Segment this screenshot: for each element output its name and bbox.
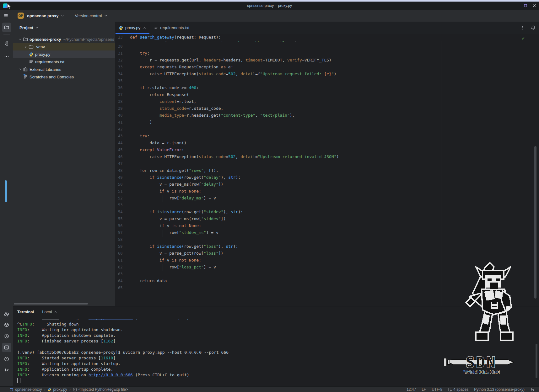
close-terminal-tab-icon[interactable] bbox=[54, 310, 57, 313]
line-number[interactable]: 46 bbox=[115, 153, 130, 160]
line-number[interactable]: 34 bbox=[115, 71, 130, 77]
code-line[interactable]: 31 try: bbox=[115, 50, 539, 57]
line-number[interactable]: 63 bbox=[115, 271, 130, 278]
chevron-right-icon[interactable] bbox=[23, 45, 28, 49]
code-line[interactable]: 36 if r.status_code >= 400: bbox=[115, 84, 539, 91]
project-panel-title[interactable]: Project bbox=[19, 25, 33, 30]
code-line[interactable]: 53 bbox=[115, 202, 539, 209]
line-number[interactable]: 33 bbox=[115, 64, 130, 71]
editor-scrollbar[interactable] bbox=[534, 146, 536, 299]
line-number[interactable]: 40 bbox=[115, 112, 130, 119]
line-number[interactable]: 55 bbox=[115, 215, 130, 222]
code-line[interactable]: 39 status_code=r.status_code, bbox=[115, 105, 539, 112]
vcs-widget[interactable]: Version control bbox=[75, 13, 102, 18]
code-line[interactable]: 47 bbox=[115, 160, 539, 167]
sticky-header-line[interactable]: 23def search_gateway(request: Request): … bbox=[115, 34, 539, 41]
terminal-scrollbar[interactable] bbox=[536, 344, 537, 378]
line-number[interactable]: 49 bbox=[115, 174, 130, 181]
tab-requirements-txt[interactable]: requirements.txt bbox=[150, 22, 193, 34]
code-line[interactable]: 51 if v is not None: bbox=[115, 188, 539, 195]
chevron-down-icon[interactable] bbox=[35, 26, 39, 30]
line-number[interactable]: 64 bbox=[115, 278, 130, 284]
line-number[interactable]: 43 bbox=[115, 133, 130, 140]
code-line[interactable]: 49 if isinstance(row.get("delay"), str): bbox=[115, 174, 539, 181]
line-number[interactable]: 32 bbox=[115, 57, 130, 64]
line-number[interactable]: 42 bbox=[115, 126, 130, 133]
tree-item-scratches-and-consoles[interactable]: Scratches and Consoles bbox=[13, 73, 115, 81]
terminal-panel-title[interactable]: Terminal bbox=[17, 310, 34, 314]
tree-item-opnsense-proxy[interactable]: opnsense-proxy~/PycharmProjects/opnsens bbox=[13, 35, 115, 43]
tree-item-proxy-py[interactable]: proxy.py bbox=[13, 50, 115, 58]
breadcrumb-injected-fragment[interactable]: <Injected PythonRegExp file> bbox=[73, 387, 128, 392]
close-tab-icon[interactable] bbox=[143, 26, 146, 29]
main-menu-icon[interactable] bbox=[3, 12, 9, 19]
breadcrumb-file[interactable]: proxy.py bbox=[47, 387, 67, 392]
terminal-tab-local[interactable]: Local bbox=[42, 310, 57, 314]
line-number[interactable]: 48 bbox=[115, 167, 130, 174]
title-bar[interactable]: opnsense-proxy – proxy.py bbox=[0, 2, 539, 10]
line-number[interactable]: 56 bbox=[115, 222, 130, 229]
stripe-icon-git[interactable] bbox=[2, 365, 11, 375]
code-line[interactable]: 34 raise HTTPException(status_code=502, … bbox=[115, 71, 539, 77]
line-number[interactable]: 54 bbox=[115, 209, 130, 215]
clock-widget[interactable]: 12:47 bbox=[407, 387, 416, 392]
stripe-icon-packages[interactable] bbox=[2, 320, 11, 330]
line-ending-widget[interactable]: LF bbox=[422, 387, 426, 392]
tree-item--venv[interactable]: .venv bbox=[13, 43, 115, 50]
code-line[interactable]: 60 v = parse_pct(row["loss"]) bbox=[115, 250, 539, 257]
line-number[interactable]: 36 bbox=[115, 84, 130, 91]
line-number[interactable]: 35 bbox=[115, 77, 130, 84]
tree-item-external-libraries[interactable]: External Libraries bbox=[13, 66, 115, 73]
line-number[interactable]: 44 bbox=[115, 140, 130, 146]
project-widget[interactable]: opnsense-proxy bbox=[27, 13, 58, 18]
notifications-bell-icon[interactable] bbox=[531, 25, 536, 30]
stripe-icon-terminal[interactable] bbox=[2, 343, 11, 352]
stripe-icon-more[interactable] bbox=[2, 52, 11, 61]
indent-widget[interactable]: 4 spaces bbox=[448, 387, 468, 392]
line-number[interactable]: 61 bbox=[115, 257, 130, 264]
code-line[interactable]: 63 bbox=[115, 271, 539, 278]
encoding-widget[interactable]: UTF-8 bbox=[432, 387, 442, 392]
code-line[interactable]: 37 return Response( bbox=[115, 91, 539, 98]
line-number[interactable]: 45 bbox=[115, 146, 130, 153]
code-line[interactable]: 33 except requests.RequestException as e… bbox=[115, 64, 539, 71]
line-number[interactable]: 53 bbox=[115, 202, 130, 209]
code-line[interactable]: 48 for row in data.get("rows", []): bbox=[115, 167, 539, 174]
code-line[interactable]: 41 ) bbox=[115, 119, 539, 126]
interpreter-widget[interactable]: Python 3.13 (opnsense-proxy) bbox=[474, 387, 525, 392]
code-line[interactable]: 30 bbox=[115, 43, 539, 50]
code-line[interactable]: 45 except ValueError: bbox=[115, 146, 539, 153]
project-badge[interactable]: OP bbox=[18, 13, 24, 19]
line-number[interactable]: 58 bbox=[115, 236, 130, 243]
line-number[interactable]: 50 bbox=[115, 181, 130, 188]
code-line[interactable]: 46 raise HTTPException(status_code=502, … bbox=[115, 153, 539, 160]
code-line[interactable]: 61 if v is not None: bbox=[115, 257, 539, 264]
line-number[interactable]: 23 bbox=[115, 34, 130, 41]
code-line[interactable]: 55 v = parse_ms(row["stddev"]) bbox=[115, 215, 539, 222]
maximize-button[interactable] bbox=[523, 3, 528, 8]
code-line[interactable]: 56 if v is not None: bbox=[115, 222, 539, 229]
line-number[interactable]: 31 bbox=[115, 50, 130, 57]
breadcrumb-project[interactable]: opnsense-proxy bbox=[9, 387, 42, 392]
stripe-icon-project[interactable] bbox=[2, 23, 11, 32]
code-line[interactable]: 32 r = requests.get(url, headers=headers… bbox=[115, 57, 539, 64]
line-number[interactable]: 65 bbox=[115, 284, 130, 291]
close-button[interactable] bbox=[532, 3, 536, 8]
code-line[interactable]: 57 row["stddev_ms"] = v bbox=[115, 229, 539, 236]
code-line[interactable]: 52 row["delay_ms"] = v bbox=[115, 195, 539, 202]
unlocked-padlock-icon[interactable] bbox=[530, 387, 535, 392]
code-line[interactable]: 50 v = parse_ms(row["delay"]) bbox=[115, 181, 539, 188]
code-editor[interactable]: 23def search_gateway(request: Request): … bbox=[115, 34, 539, 306]
line-number[interactable]: 47 bbox=[115, 160, 130, 167]
editor-options-icon[interactable] bbox=[520, 25, 525, 30]
code-line[interactable]: 38 content=r.text, bbox=[115, 98, 539, 105]
line-number[interactable]: 59 bbox=[115, 243, 130, 250]
line-number[interactable]: 39 bbox=[115, 105, 130, 112]
line-number[interactable]: 57 bbox=[115, 229, 130, 236]
code-line[interactable]: 35 bbox=[115, 77, 539, 84]
code-line[interactable]: 59 if isinstance(row.get("loss"), str): bbox=[115, 243, 539, 250]
line-number[interactable]: 60 bbox=[115, 250, 130, 257]
code-line[interactable]: 62 row["loss_pct"] = v bbox=[115, 264, 539, 271]
code-line[interactable]: 54 if isinstance(row.get("stddev"), str)… bbox=[115, 209, 539, 215]
line-number[interactable]: 51 bbox=[115, 188, 130, 195]
